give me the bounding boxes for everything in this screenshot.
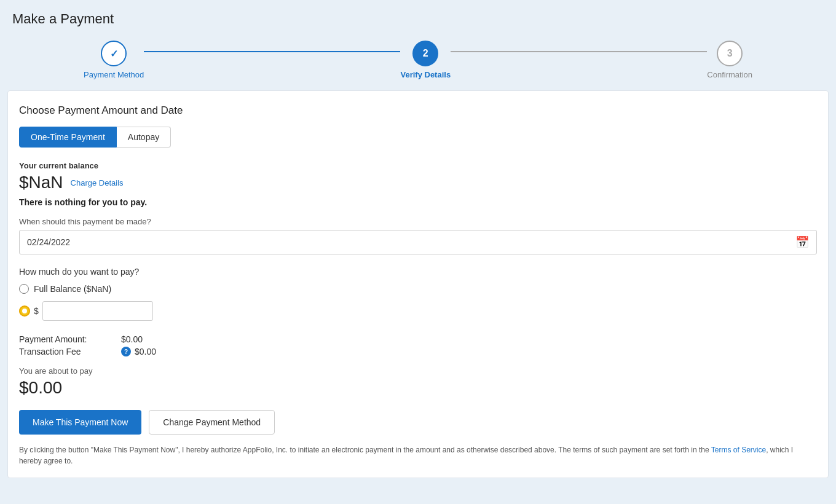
custom-amount-radio[interactable] <box>19 305 30 317</box>
page-title: Make a Payment <box>0 0 836 34</box>
payment-amount-value: $0.00 <box>121 334 143 344</box>
payment-amount-row: Payment Amount: $0.00 <box>19 334 817 344</box>
step-circle-2: 2 <box>412 41 438 66</box>
when-label: When should this payment be made? <box>19 217 817 226</box>
custom-amount-input[interactable] <box>42 301 153 321</box>
step-circle-1: ✓ <box>101 41 127 66</box>
date-input-row: 📅 <box>19 230 817 254</box>
section-title: Choose Payment Amount and Date <box>19 104 817 117</box>
tab-one-time[interactable]: One-Time Payment <box>19 127 117 148</box>
payment-amount-label: Payment Amount: <box>19 334 117 344</box>
step-label-1: Payment Method <box>84 70 144 79</box>
transaction-fee-label: Transaction Fee <box>19 347 117 356</box>
transaction-fee-value: $0.00 <box>135 347 156 356</box>
balance-row: $NaN Charge Details <box>19 173 817 192</box>
info-icon[interactable]: ? <box>121 347 131 356</box>
step-line-1 <box>144 51 400 52</box>
step-verify-details: 2 Verify Details <box>400 41 451 79</box>
stepper: ✓ Payment Method 2 Verify Details 3 Conf… <box>0 34 836 90</box>
full-balance-row: Full Balance ($NaN) <box>19 284 817 294</box>
step-label-3: Confirmation <box>707 70 752 79</box>
make-payment-button[interactable]: Make This Payment Now <box>19 410 141 435</box>
step-line-2 <box>451 51 707 52</box>
tab-autopay[interactable]: Autopay <box>117 127 171 148</box>
dollar-sign: $ <box>34 306 39 316</box>
about-to-pay-amount: $0.00 <box>19 378 817 398</box>
balance-amount: $NaN <box>19 173 63 192</box>
step-label-2: Verify Details <box>400 70 451 79</box>
about-to-pay-label: You are about to pay <box>19 366 817 376</box>
disclaimer: By clicking the button "Make This Paymen… <box>19 444 817 467</box>
full-balance-radio[interactable] <box>19 284 29 294</box>
nothing-to-pay: There is nothing for you to pay. <box>19 197 817 207</box>
step-confirmation: 3 Confirmation <box>707 41 752 79</box>
step-circle-3: 3 <box>717 41 743 66</box>
how-much-label: How much do you want to pay? <box>19 267 817 277</box>
balance-label: Your current balance <box>19 161 817 170</box>
terms-link[interactable]: Terms of Service <box>711 446 766 454</box>
payment-tabs: One-Time Payment Autopay <box>19 127 817 148</box>
transaction-fee-row: Transaction Fee ? $0.00 <box>19 347 817 356</box>
calendar-icon[interactable]: 📅 <box>788 230 816 254</box>
custom-radio-inner <box>22 309 27 313</box>
button-row: Make This Payment Now Change Payment Met… <box>19 410 817 435</box>
charge-details-link[interactable]: Charge Details <box>71 178 124 187</box>
custom-amount-row: $ <box>19 301 817 321</box>
full-balance-label: Full Balance ($NaN) <box>34 284 111 294</box>
date-input[interactable] <box>20 232 788 253</box>
step-payment-method: ✓ Payment Method <box>84 41 144 79</box>
main-card: Choose Payment Amount and Date One-Time … <box>7 90 829 478</box>
change-method-button[interactable]: Change Payment Method <box>149 410 275 435</box>
